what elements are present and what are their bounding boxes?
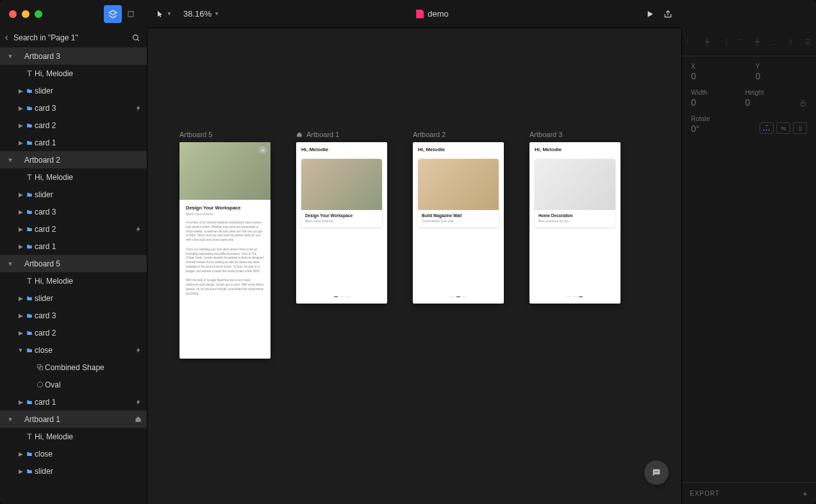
layer-row[interactable]: Combined Shape bbox=[0, 359, 147, 376]
align-bottom-icon[interactable]: ⎵ bbox=[769, 37, 779, 47]
disclosure-icon[interactable]: ▶ bbox=[17, 105, 24, 111]
disclosure-icon[interactable]: ▶ bbox=[17, 209, 24, 215]
x-value[interactable]: 0 bbox=[691, 71, 743, 81]
layer-row[interactable]: THi, Melodie bbox=[0, 65, 147, 82]
folder-icon bbox=[24, 88, 35, 94]
card[interactable]: Build Magazine WallCustomerize your wall bbox=[418, 159, 499, 227]
search-input[interactable]: Search in "Page 1" bbox=[13, 33, 78, 42]
layer-list[interactable]: ▼Artboard 3THi, Melodie▶slider▶card 3▶ca… bbox=[0, 47, 147, 504]
rotate-value[interactable]: 0° bbox=[691, 124, 710, 134]
distribute-v-icon[interactable]: ☰ bbox=[803, 37, 813, 47]
flip-none-button[interactable] bbox=[760, 122, 774, 134]
components-tab[interactable] bbox=[122, 5, 140, 23]
disclosure-icon[interactable]: ▼ bbox=[6, 157, 14, 163]
share-button[interactable] bbox=[663, 10, 672, 19]
layer-row[interactable]: ▶close bbox=[0, 445, 147, 462]
artboard-label[interactable]: Artboard 5 bbox=[179, 131, 271, 138]
chat-fab[interactable] bbox=[644, 460, 669, 485]
disclosure-icon[interactable]: ▶ bbox=[17, 191, 24, 198]
disclosure-icon[interactable]: ▼ bbox=[6, 261, 14, 267]
layer-row[interactable]: ▶card 2 bbox=[0, 117, 147, 134]
align-center-h-icon[interactable]: ┿ bbox=[702, 37, 712, 47]
disclosure-icon[interactable]: ▶ bbox=[17, 295, 24, 302]
search-icon[interactable] bbox=[132, 34, 140, 42]
flip-horizontal-button[interactable]: ⇋ bbox=[776, 122, 790, 134]
height-value[interactable]: 0 bbox=[745, 97, 787, 108]
artboard[interactable]: Hi, MelodieHome DecorationBest solutions… bbox=[529, 142, 620, 304]
layer-row[interactable]: ▶slider bbox=[0, 289, 147, 307]
layer-row[interactable]: ▶slider bbox=[0, 462, 147, 480]
lock-aspect-icon[interactable] bbox=[799, 89, 807, 108]
layers-tab[interactable] bbox=[104, 5, 122, 23]
artboard-label[interactable]: Artboard 2 bbox=[413, 131, 504, 138]
layer-row[interactable]: Oval bbox=[0, 376, 147, 393]
select-tool[interactable]: ▼ bbox=[156, 10, 172, 19]
artboard[interactable]: ×Design Your WorkspaceBasic color scheme… bbox=[179, 142, 271, 359]
layer-row[interactable]: THi, Melodie bbox=[0, 168, 147, 186]
disclosure-icon[interactable]: ▶ bbox=[17, 468, 24, 475]
y-value[interactable]: 0 bbox=[756, 71, 808, 81]
folder-icon bbox=[24, 468, 35, 475]
close-icon[interactable]: × bbox=[259, 146, 267, 154]
layer-row[interactable]: ▼Artboard 5 bbox=[0, 255, 147, 272]
width-value[interactable]: 0 bbox=[691, 97, 733, 108]
layer-row[interactable]: ▶card 3 bbox=[0, 203, 147, 220]
artboard-label[interactable]: Artboard 3 bbox=[529, 131, 620, 138]
play-button[interactable] bbox=[645, 10, 654, 19]
close-window-button[interactable] bbox=[9, 10, 17, 18]
disclosure-icon[interactable]: ▶ bbox=[17, 88, 24, 94]
canvas[interactable]: Artboard 5×Design Your WorkspaceBasic co… bbox=[147, 28, 681, 504]
flip-vertical-button[interactable]: ⥮ bbox=[793, 122, 807, 134]
layer-row[interactable]: ▶slider bbox=[0, 186, 147, 203]
layer-row[interactable]: ▼Artboard 2 bbox=[0, 151, 147, 168]
layer-row[interactable]: ▶slider bbox=[0, 82, 147, 99]
layer-row[interactable]: ▶card 2 bbox=[0, 324, 147, 341]
svg-point-8 bbox=[766, 125, 767, 126]
zoom-window-button[interactable] bbox=[35, 10, 42, 18]
disclosure-icon[interactable]: ▼ bbox=[6, 53, 14, 60]
layer-row[interactable]: ▼Artboard 1 bbox=[0, 411, 147, 428]
search-row[interactable]: Search in "Page 1" bbox=[0, 28, 147, 47]
disclosure-icon[interactable]: ▶ bbox=[17, 330, 24, 336]
layer-label: card 2 bbox=[35, 329, 142, 337]
layer-row[interactable]: ▶card 2 bbox=[0, 220, 147, 238]
align-right-icon[interactable]: ⎹ bbox=[719, 37, 729, 47]
document-name[interactable]: demo bbox=[428, 9, 449, 19]
export-section[interactable]: EXPORT + bbox=[682, 482, 816, 504]
layer-row[interactable]: THi, Melodie bbox=[0, 428, 147, 445]
artboard[interactable]: Hi, MelodieDesign Your WorkspaceBasic co… bbox=[296, 142, 387, 304]
flip-controls: ⇋ ⥮ bbox=[760, 122, 807, 134]
disclosure-icon[interactable]: ▶ bbox=[17, 451, 24, 457]
disclosure-icon[interactable]: ▶ bbox=[17, 226, 24, 232]
layer-row[interactable]: ▶card 3 bbox=[0, 307, 147, 324]
disclosure-icon[interactable]: ▶ bbox=[17, 243, 24, 250]
disclosure-icon[interactable]: ▶ bbox=[17, 122, 24, 129]
layer-row[interactable]: ▶card 1 bbox=[0, 238, 147, 255]
disclosure-icon[interactable]: ▼ bbox=[17, 347, 24, 354]
layer-row[interactable]: ▶card 3 bbox=[0, 99, 147, 117]
minimize-window-button[interactable] bbox=[22, 10, 29, 18]
disclosure-icon[interactable]: ▶ bbox=[17, 140, 24, 146]
align-center-v-icon[interactable]: ┿ bbox=[753, 37, 763, 47]
align-top-icon[interactable]: ⎴ bbox=[735, 37, 745, 47]
align-left-icon[interactable]: ⎸ bbox=[685, 37, 695, 47]
disclosure-icon[interactable]: ▶ bbox=[17, 313, 24, 319]
svg-point-12 bbox=[654, 471, 656, 473]
svg-point-9 bbox=[763, 129, 765, 131]
artboard-label[interactable]: Artboard 1 bbox=[296, 131, 387, 138]
disclosure-icon[interactable]: ▶ bbox=[17, 399, 24, 405]
disclosure-icon[interactable]: ▼ bbox=[6, 416, 14, 423]
layer-row[interactable]: THi, Melodie bbox=[0, 272, 147, 289]
zoom-level[interactable]: 38.16% ▼ bbox=[183, 9, 219, 19]
add-export-button[interactable]: + bbox=[803, 489, 808, 499]
card[interactable]: Design Your WorkspaceBasic color scheme bbox=[301, 159, 382, 227]
layer-row[interactable]: ▼Artboard 3 bbox=[0, 47, 147, 65]
back-icon[interactable] bbox=[4, 34, 10, 42]
layer-row[interactable]: ▼close bbox=[0, 341, 147, 359]
layer-row[interactable]: ▶card 1 bbox=[0, 393, 147, 411]
card[interactable]: Home DecorationBest solutions for you bbox=[535, 159, 615, 227]
artboard[interactable]: Hi, MelodieBuild Magazine WallCustomeriz… bbox=[413, 142, 504, 304]
distribute-h-icon[interactable]: ⫴ bbox=[786, 37, 796, 47]
layer-row[interactable]: ▶card 1 bbox=[0, 134, 147, 151]
bolt-icon bbox=[133, 346, 142, 354]
